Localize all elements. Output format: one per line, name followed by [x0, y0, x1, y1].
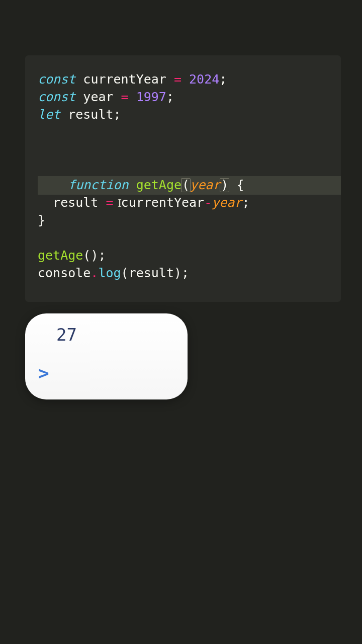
code-line-2[interactable]: const year = 1997; [38, 88, 341, 106]
bracket-highlight-open: ( [181, 178, 191, 192]
code-line-6[interactable]: result = currentYear-year; [38, 194, 341, 211]
code-line-blank[interactable] [38, 229, 341, 247]
code-line-1[interactable]: const currentYear = 2024; [38, 70, 341, 88]
number-literal: 2024 [189, 72, 219, 87]
identifier: result [53, 195, 98, 210]
console-prompt-icon[interactable]: > [38, 363, 176, 383]
keyword-const: const [38, 72, 75, 87]
number-literal: 1997 [136, 90, 166, 104]
identifier: year [212, 195, 242, 210]
argument: result [129, 266, 174, 280]
object: console [38, 266, 90, 280]
code-line-9[interactable]: getAge(); [38, 247, 341, 264]
keyword-function: function [68, 178, 128, 192]
code-line-3[interactable]: let result; [38, 106, 341, 123]
keyword-const: const [38, 90, 75, 104]
bracket-highlight-close: ) [220, 178, 229, 192]
function-name: getAge [136, 178, 182, 192]
identifier: year [83, 90, 113, 104]
console-output-value: 27 [56, 325, 176, 345]
parameter: year [190, 178, 220, 192]
keyword-let: let [38, 107, 60, 122]
text-cursor-icon: I [118, 196, 122, 210]
method: log [98, 266, 121, 280]
identifier: currentYear [121, 195, 205, 210]
code-line-5[interactable]: function getAge(year) { [38, 141, 341, 194]
code-line-7[interactable]: } [38, 211, 341, 229]
code-line-blank[interactable] [38, 123, 341, 141]
code-line-10[interactable]: console.log(result); [38, 264, 341, 282]
console-output-card: 27 > [25, 313, 188, 399]
identifier: currentYear [83, 72, 166, 87]
identifier: result [68, 107, 113, 122]
code-editor-panel[interactable]: const currentYear = 2024; const year = 1… [25, 55, 341, 302]
function-call: getAge [38, 248, 83, 263]
